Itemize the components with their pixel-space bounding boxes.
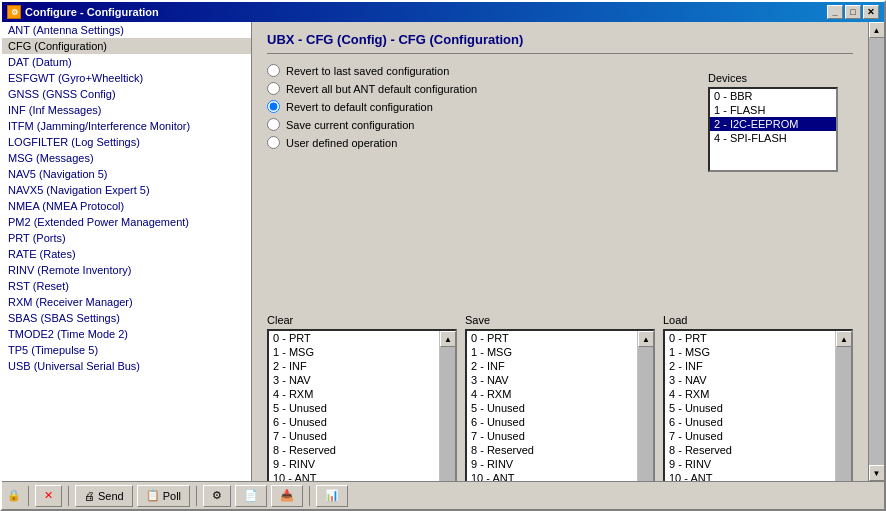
load-list-item-3[interactable]: 3 - NAV <box>665 373 835 387</box>
load-column: Load 0 - PRT1 - MSG2 - INF3 - NAV4 - RXM… <box>663 314 853 481</box>
sidebar-item-nmea[interactable]: NMEA (NMEA Protocol) <box>2 198 251 214</box>
load-list-item-10[interactable]: 10 - ANT <box>665 471 835 481</box>
tool1-icon: ⚙ <box>212 489 222 502</box>
load-listbox[interactable]: 0 - PRT1 - MSG2 - INF3 - NAV4 - RXM5 - U… <box>665 331 835 481</box>
save-column: Save 0 - PRT1 - MSG2 - INF3 - NAV4 - RXM… <box>465 314 655 481</box>
poll-button[interactable]: 📋 Poll <box>137 485 190 507</box>
maximize-button[interactable]: □ <box>845 5 861 19</box>
save-scroll-up[interactable]: ▲ <box>638 331 654 347</box>
sidebar-item-dat[interactable]: DAT (Datum) <box>2 54 251 70</box>
radio-opt5[interactable] <box>267 136 280 149</box>
app-icon: ⚙ <box>7 5 21 19</box>
tool4-button[interactable]: 📊 <box>316 485 348 507</box>
poll-icon: 📋 <box>146 489 160 502</box>
clear-list-item-4[interactable]: 4 - RXM <box>269 387 439 401</box>
radio-label-opt1: Revert to last saved configuration <box>286 65 449 77</box>
save-list-item-5[interactable]: 5 - Unused <box>467 401 637 415</box>
sidebar-item-rinv[interactable]: RINV (Remote Inventory) <box>2 262 251 278</box>
device-item-dev1[interactable]: 1 - FLASH <box>710 103 836 117</box>
load-list-item-6[interactable]: 6 - Unused <box>665 415 835 429</box>
save-list-item-8[interactable]: 8 - Reserved <box>467 443 637 457</box>
clear-listbox[interactable]: 0 - PRT1 - MSG2 - INF3 - NAV4 - RXM5 - U… <box>269 331 439 481</box>
save-list-item-2[interactable]: 2 - INF <box>467 359 637 373</box>
device-item-dev0[interactable]: 0 - BBR <box>710 89 836 103</box>
save-list-item-0[interactable]: 0 - PRT <box>467 331 637 345</box>
clear-list-item-9[interactable]: 9 - RINV <box>269 457 439 471</box>
load-list-item-5[interactable]: 5 - Unused <box>665 401 835 415</box>
sidebar-item-rxm[interactable]: RXM (Receiver Manager) <box>2 294 251 310</box>
radio-label-opt2: Revert all but ANT default configuration <box>286 83 477 95</box>
clear-list-item-5[interactable]: 5 - Unused <box>269 401 439 415</box>
sidebar-item-nav5[interactable]: NAV5 (Navigation 5) <box>2 166 251 182</box>
scroll-track <box>869 38 885 465</box>
radio-label-opt3: Revert to default configuration <box>286 101 433 113</box>
tool2-button[interactable]: 📄 <box>235 485 267 507</box>
radio-opt1[interactable] <box>267 64 280 77</box>
clear-list-item-1[interactable]: 1 - MSG <box>269 345 439 359</box>
save-listbox[interactable]: 0 - PRT1 - MSG2 - INF3 - NAV4 - RXM5 - U… <box>467 331 637 481</box>
sidebar-item-rst[interactable]: RST (Reset) <box>2 278 251 294</box>
load-list-item-9[interactable]: 9 - RINV <box>665 457 835 471</box>
sidebar-item-logfilter[interactable]: LOGFILTER (Log Settings) <box>2 134 251 150</box>
columns-section: Clear 0 - PRT1 - MSG2 - INF3 - NAV4 - RX… <box>267 314 853 481</box>
sidebar-item-usb[interactable]: USB (Universal Serial Bus) <box>2 358 251 374</box>
clear-scroll-up[interactable]: ▲ <box>440 331 456 347</box>
save-list-item-1[interactable]: 1 - MSG <box>467 345 637 359</box>
minimize-button[interactable]: _ <box>827 5 843 19</box>
tool3-button[interactable]: 📥 <box>271 485 303 507</box>
clear-list-item-3[interactable]: 3 - NAV <box>269 373 439 387</box>
send-icon: 🖨 <box>84 490 95 502</box>
clear-list-item-8[interactable]: 8 - Reserved <box>269 443 439 457</box>
device-item-dev2[interactable]: 2 - I2C-EEPROM <box>710 117 836 131</box>
clear-list-item-10[interactable]: 10 - ANT <box>269 471 439 481</box>
main-scrollbar: ▲ ▼ <box>868 22 884 481</box>
load-list-item-0[interactable]: 0 - PRT <box>665 331 835 345</box>
radio-opt2[interactable] <box>267 82 280 95</box>
sidebar-item-rate[interactable]: RATE (Rates) <box>2 246 251 262</box>
load-list-item-7[interactable]: 7 - Unused <box>665 429 835 443</box>
clear-listbox-wrapper: 0 - PRT1 - MSG2 - INF3 - NAV4 - RXM5 - U… <box>267 329 457 481</box>
close-status-button[interactable]: ✕ <box>35 485 62 507</box>
save-list-item-4[interactable]: 4 - RXM <box>467 387 637 401</box>
sidebar-item-navx5[interactable]: NAVX5 (Navigation Expert 5) <box>2 182 251 198</box>
radio-opt4[interactable] <box>267 118 280 131</box>
save-list-item-10[interactable]: 10 - ANT <box>467 471 637 481</box>
load-scroll-up[interactable]: ▲ <box>836 331 852 347</box>
devices-listbox[interactable]: 0 - BBR1 - FLASH2 - I2C-EEPROM4 - SPI-FL… <box>708 87 838 172</box>
tool1-button[interactable]: ⚙ <box>203 485 231 507</box>
sidebar-item-msg[interactable]: MSG (Messages) <box>2 150 251 166</box>
load-list-item-8[interactable]: 8 - Reserved <box>665 443 835 457</box>
save-list-item-7[interactable]: 7 - Unused <box>467 429 637 443</box>
sidebar-item-sbas[interactable]: SBAS (SBAS Settings) <box>2 310 251 326</box>
save-list-item-3[interactable]: 3 - NAV <box>467 373 637 387</box>
clear-list-item-6[interactable]: 6 - Unused <box>269 415 439 429</box>
sidebar-item-itfm[interactable]: ITFM (Jamming/Interference Monitor) <box>2 118 251 134</box>
sidebar-item-ant[interactable]: ANT (Antenna Settings) <box>2 22 251 38</box>
sidebar-item-prt[interactable]: PRT (Ports) <box>2 230 251 246</box>
save-list-item-6[interactable]: 6 - Unused <box>467 415 637 429</box>
device-item-dev3[interactable]: 4 - SPI-FLASH <box>710 131 836 145</box>
sidebar-item-tp5[interactable]: TP5 (Timepulse 5) <box>2 342 251 358</box>
sidebar-item-cfg[interactable]: CFG (Configuration) <box>2 38 251 54</box>
clear-list-item-0[interactable]: 0 - PRT <box>269 331 439 345</box>
load-list-item-1[interactable]: 1 - MSG <box>665 345 835 359</box>
radio-opt3[interactable] <box>267 100 280 113</box>
load-list-item-4[interactable]: 4 - RXM <box>665 387 835 401</box>
load-scroll-track <box>836 347 851 481</box>
close-button[interactable]: ✕ <box>863 5 879 19</box>
send-button[interactable]: 🖨 Send <box>75 485 133 507</box>
sidebar-item-esfgwt[interactable]: ESFGWT (Gyro+Wheeltick) <box>2 70 251 86</box>
scroll-up-arrow[interactable]: ▲ <box>869 22 885 38</box>
load-label: Load <box>663 314 853 326</box>
tool4-icon: 📊 <box>325 489 339 502</box>
clear-list-item-2[interactable]: 2 - INF <box>269 359 439 373</box>
load-list-item-2[interactable]: 2 - INF <box>665 359 835 373</box>
clear-scrollbar: ▲ ▼ <box>439 331 455 481</box>
sidebar-item-gnss[interactable]: GNSS (GNSS Config) <box>2 86 251 102</box>
scroll-down-arrow[interactable]: ▼ <box>869 465 885 481</box>
save-list-item-9[interactable]: 9 - RINV <box>467 457 637 471</box>
sidebar-item-pm2[interactable]: PM2 (Extended Power Management) <box>2 214 251 230</box>
clear-list-item-7[interactable]: 7 - Unused <box>269 429 439 443</box>
sidebar-item-tmode2[interactable]: TMODE2 (Time Mode 2) <box>2 326 251 342</box>
sidebar-item-inf[interactable]: INF (Inf Messages) <box>2 102 251 118</box>
